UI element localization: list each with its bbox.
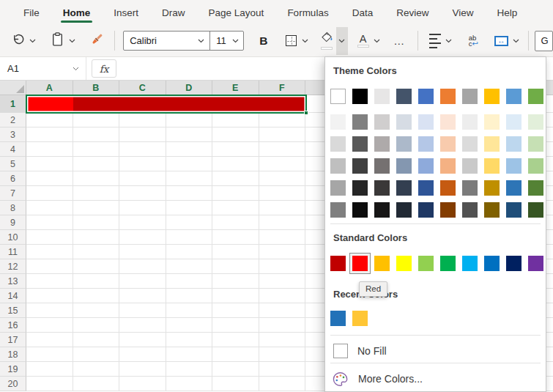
cell-c19[interactable] — [119, 362, 166, 377]
standard-color-swatch[interactable] — [374, 256, 390, 271]
cell-c12[interactable] — [119, 259, 166, 274]
cell-d7[interactable] — [166, 186, 213, 201]
column-header-e[interactable]: E — [212, 81, 259, 95]
cell-d14[interactable] — [166, 289, 213, 303]
row-header-8[interactable]: 8 — [0, 201, 26, 215]
tab-data[interactable]: Data — [341, 0, 385, 25]
cell-b12[interactable] — [73, 259, 120, 274]
theme-color-swatch[interactable] — [396, 158, 412, 174]
theme-color-swatch[interactable] — [484, 114, 500, 130]
theme-color-swatch[interactable] — [418, 180, 434, 196]
cell-f4[interactable] — [259, 142, 306, 157]
tab-view[interactable]: View — [440, 0, 485, 25]
name-box[interactable]: A1 — [0, 57, 86, 80]
cell-d6[interactable] — [166, 171, 213, 186]
recent-color-swatch[interactable] — [330, 311, 346, 326]
cell-b11[interactable] — [73, 245, 120, 259]
theme-color-swatch[interactable] — [506, 114, 522, 130]
row-header-1[interactable]: 1 — [0, 95, 26, 113]
cell-f6[interactable] — [259, 171, 306, 186]
theme-color-swatch[interactable] — [396, 202, 412, 218]
cell-a16[interactable] — [26, 318, 73, 333]
fill-color-button[interactable] — [318, 29, 336, 53]
theme-color-swatch[interactable] — [462, 89, 478, 104]
cell-c8[interactable] — [119, 201, 166, 215]
theme-color-swatch[interactable] — [374, 89, 390, 104]
undo-dropdown[interactable] — [27, 27, 39, 55]
row-header-18[interactable]: 18 — [0, 347, 26, 362]
theme-color-swatch[interactable] — [374, 180, 390, 196]
cell-b8[interactable] — [73, 201, 120, 215]
row-header-19[interactable]: 19 — [0, 362, 26, 377]
row-header-16[interactable]: 16 — [0, 318, 26, 333]
cell-f16[interactable] — [259, 318, 306, 333]
cell-b20[interactable] — [73, 377, 120, 391]
cell-a5[interactable] — [26, 157, 73, 171]
paste-dropdown[interactable] — [67, 27, 78, 55]
cell-d3[interactable] — [166, 127, 213, 142]
cell-a14[interactable] — [26, 289, 73, 303]
cell-b2[interactable] — [73, 113, 120, 127]
format-painter-button[interactable] — [87, 29, 107, 53]
theme-color-swatch[interactable] — [374, 114, 390, 130]
cell-d12[interactable] — [166, 259, 213, 274]
theme-color-swatch[interactable] — [484, 89, 500, 104]
cell-b10[interactable] — [73, 230, 120, 245]
theme-color-swatch[interactable] — [440, 180, 456, 196]
theme-color-swatch[interactable] — [506, 202, 522, 218]
theme-color-swatch[interactable] — [484, 202, 500, 218]
cell-c14[interactable] — [119, 289, 166, 303]
cell-d19[interactable] — [166, 362, 213, 377]
cell-d20[interactable] — [166, 377, 213, 391]
cell-c13[interactable] — [119, 274, 166, 289]
wrap-text-button[interactable]: ab c↩ — [467, 29, 480, 53]
bold-button[interactable]: B — [255, 29, 272, 53]
tab-help[interactable]: Help — [485, 0, 529, 25]
tab-home[interactable]: Home — [51, 0, 103, 25]
cell-f18[interactable] — [259, 347, 306, 362]
insert-function-button[interactable]: fx — [92, 59, 116, 78]
cell-e9[interactable] — [212, 215, 259, 230]
standard-color-swatch[interactable] — [506, 256, 522, 271]
theme-color-swatch[interactable] — [528, 202, 543, 218]
cell-e13[interactable] — [212, 274, 259, 289]
theme-color-swatch[interactable] — [528, 158, 543, 174]
theme-color-swatch[interactable] — [440, 114, 456, 130]
cell-a10[interactable] — [26, 230, 73, 245]
theme-color-swatch[interactable] — [330, 158, 346, 174]
theme-color-swatch[interactable] — [462, 180, 478, 196]
theme-color-swatch[interactable] — [462, 136, 478, 152]
theme-color-swatch[interactable] — [418, 158, 434, 174]
cell-c17[interactable] — [119, 333, 166, 347]
cell-a17[interactable] — [26, 333, 73, 347]
cell-a20[interactable] — [26, 377, 73, 391]
cell-e8[interactable] — [212, 201, 259, 215]
theme-color-swatch[interactable] — [352, 158, 368, 174]
cell-e5[interactable] — [212, 157, 259, 171]
cell-d11[interactable] — [166, 245, 213, 259]
cell-c7[interactable] — [119, 186, 166, 201]
cell-f20[interactable] — [259, 377, 306, 391]
theme-color-swatch[interactable] — [418, 114, 434, 130]
cell-b13[interactable] — [73, 274, 120, 289]
cell-c4[interactable] — [119, 142, 166, 157]
recent-color-swatch[interactable] — [352, 311, 368, 326]
cell-b15[interactable] — [73, 303, 120, 318]
cell-e18[interactable] — [212, 347, 259, 362]
theme-color-swatch[interactable] — [484, 136, 500, 152]
standard-color-swatch[interactable] — [396, 256, 412, 271]
font-size-select[interactable]: 11 — [210, 35, 232, 46]
merge-center-button[interactable]: ↔ — [492, 29, 511, 53]
cell-c16[interactable] — [119, 318, 166, 333]
theme-color-swatch[interactable] — [528, 136, 543, 152]
theme-color-swatch[interactable] — [330, 89, 346, 104]
row-header-20[interactable]: 20 — [0, 377, 26, 391]
theme-color-swatch[interactable] — [506, 180, 522, 196]
cell-e15[interactable] — [212, 303, 259, 318]
cell-d10[interactable] — [166, 230, 213, 245]
standard-color-swatch-selected[interactable] — [352, 256, 368, 271]
theme-color-swatch[interactable] — [352, 202, 368, 218]
theme-color-swatch[interactable] — [396, 136, 412, 152]
theme-color-swatch[interactable] — [506, 89, 522, 104]
merge-center-dropdown[interactable] — [511, 27, 522, 55]
